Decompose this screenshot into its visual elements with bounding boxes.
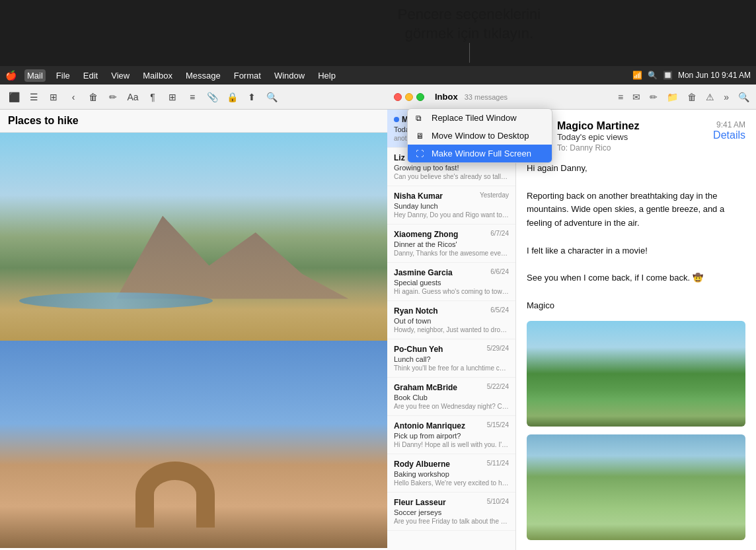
mail-item-rody[interactable]: Rody Albuerne 5/11/24 Baking workshop He… bbox=[387, 454, 515, 493]
mail-date: 5/22/24 bbox=[487, 383, 509, 392]
menubar: 🍎 Mail File Edit View Mailbox Message Fo… bbox=[0, 66, 756, 85]
sender-name: Antonio Manriquez bbox=[394, 421, 465, 430]
mail-date: 6/6/24 bbox=[490, 268, 509, 277]
detail-meta: Magico Martinez Today's epic views To: D… bbox=[557, 120, 639, 154]
detail-photo-1 bbox=[527, 321, 745, 427]
format2-button[interactable]: ⊞ bbox=[165, 90, 180, 104]
sender-name: Graham McBride bbox=[394, 383, 457, 392]
mail-subject: Out of town bbox=[394, 317, 509, 325]
mail-preview: Danny, Thanks for the awesome evening! I… bbox=[394, 250, 509, 257]
mail-date: 6/5/24 bbox=[490, 306, 509, 316]
move-window-label: Move Window to Desktop bbox=[432, 131, 529, 141]
traffic-lights bbox=[394, 93, 424, 101]
menu-window[interactable]: Window bbox=[272, 69, 307, 82]
fullscreen-label: Make Window Full Screen bbox=[432, 149, 531, 158]
filter-icon[interactable]: ≡ bbox=[618, 92, 623, 102]
search-icon[interactable]: 🔍 bbox=[648, 71, 658, 80]
detail-right: 9:41 AM Details bbox=[713, 120, 745, 154]
list-view-button[interactable]: ☰ bbox=[26, 90, 41, 104]
wifi-icon: 📶 bbox=[632, 71, 642, 80]
fullscreen-menu-icon: ⛶ bbox=[416, 149, 426, 158]
mail-item-xiaomeng[interactable]: Xiaomeng Zhong 6/7/24 Dinner at the Rico… bbox=[387, 224, 515, 263]
menubar-right: 📶 🔍 🔲 Mon Jun 10 9:41 AM bbox=[632, 71, 751, 80]
mail-item-jasmine[interactable]: Jasmine Garcia 6/6/24 Special guests Hi … bbox=[387, 263, 515, 301]
menu-mail[interactable]: Mail bbox=[24, 69, 46, 82]
mail-item-graham[interactable]: Graham McBride 5/22/24 Book Club Are you… bbox=[387, 378, 515, 416]
menu-edit[interactable]: Edit bbox=[81, 69, 100, 82]
font-button[interactable]: Aa bbox=[126, 90, 140, 104]
search-button[interactable]: 🔍 bbox=[264, 90, 279, 104]
inbox-count: 33 messages bbox=[465, 93, 508, 101]
mail-item-nisha[interactable]: Nisha Kumar Yesterday Sunday lunch Hey D… bbox=[387, 186, 515, 224]
fullscreen-item[interactable]: ⛶ Make Window Full Screen bbox=[408, 145, 552, 162]
share-button[interactable]: ⬆ bbox=[245, 90, 259, 104]
mail-preview: Hey Danny, Do you and Rigo want to come … bbox=[394, 211, 509, 219]
detail-time: 9:41 AM bbox=[713, 120, 745, 129]
move-desktop-icon: 🖥 bbox=[416, 131, 426, 141]
details-link[interactable]: Details bbox=[713, 129, 745, 141]
close-button[interactable] bbox=[394, 93, 402, 101]
detail-photo-2 bbox=[527, 434, 745, 540]
mail-titlebar: Inbox 33 messages ≡ ✉ ✏ 📁 🗑 ⚠ » 🔍 ⧉ Repl… bbox=[387, 85, 756, 110]
mountain-valley-scene bbox=[527, 434, 745, 540]
apple-menu[interactable]: 🍎 bbox=[5, 70, 17, 81]
sender-name: Jasmine Garcia bbox=[394, 268, 453, 277]
mail-preview: Can you believe she's already so tall? P… bbox=[394, 173, 509, 180]
left-pane: ⬛ ☰ ⊞ ‹ 🗑 ✏ Aa ¶ ⊞ ≡ 📎 🔒 ⬆ 🔍 Places to h… bbox=[0, 85, 387, 550]
mail-item-ryan[interactable]: Ryan Notch 6/5/24 Out of town Howdy, nei… bbox=[387, 301, 515, 339]
detail-subject: Today's epic views bbox=[557, 132, 639, 142]
menu-mailbox[interactable]: Mailbox bbox=[140, 69, 175, 82]
sender-name: Xiaomeng Zhong bbox=[394, 230, 458, 239]
mountain-river-scene bbox=[0, 133, 387, 341]
menu-view[interactable]: View bbox=[108, 69, 132, 82]
mail-item-antonio[interactable]: Antonio Manriquez 5/15/24 Pick up from a… bbox=[387, 416, 515, 454]
mail-subject: Book Club bbox=[394, 394, 509, 401]
sender-name: Rody Albuerne bbox=[394, 460, 450, 469]
rock-arch bbox=[135, 462, 215, 528]
inbox-title: Inbox bbox=[435, 92, 458, 102]
mail-list: Magico Martinez 9:41AM Today's epic view… bbox=[387, 110, 516, 550]
mail-date: 5/11/24 bbox=[487, 460, 509, 469]
tooltip-annotation: Pencere seçeneklerini görmek için tıklay… bbox=[383, 5, 555, 43]
archive-icon[interactable]: 📁 bbox=[667, 92, 678, 102]
junk-icon[interactable]: ⚠ bbox=[706, 92, 714, 102]
compose-button[interactable]: ✏ bbox=[106, 90, 120, 104]
new-mail-icon[interactable]: ✏ bbox=[650, 92, 658, 102]
replace-tiled-icon: ⧉ bbox=[416, 114, 426, 123]
to-label: To: bbox=[557, 143, 568, 153]
menu-help[interactable]: Help bbox=[315, 69, 338, 82]
mail-date: 5/15/24 bbox=[487, 421, 509, 430]
menu-file[interactable]: File bbox=[54, 69, 73, 82]
menu-message[interactable]: Message bbox=[183, 69, 223, 82]
right-pane: Inbox 33 messages ≡ ✉ ✏ 📁 🗑 ⚠ » 🔍 ⧉ Repl… bbox=[387, 85, 756, 550]
lock-button[interactable]: 🔒 bbox=[225, 90, 239, 104]
mail-subject: Lunch call? bbox=[394, 355, 509, 363]
menu-format[interactable]: Format bbox=[231, 69, 264, 82]
format1-button[interactable]: ¶ bbox=[145, 90, 160, 104]
more-icon[interactable]: » bbox=[724, 92, 729, 102]
move-window-desktop-item[interactable]: 🖥 Move Window to Desktop bbox=[408, 127, 552, 145]
mail-item-pochun[interactable]: Po-Chun Yeh 5/29/24 Lunch call? Think yo… bbox=[387, 339, 515, 378]
fullscreen-button[interactable] bbox=[416, 93, 424, 101]
grid-view-button[interactable]: ⊞ bbox=[46, 90, 61, 104]
format3-button[interactable]: ≡ bbox=[185, 90, 200, 104]
back-button[interactable]: ‹ bbox=[66, 90, 81, 104]
search-mail-icon[interactable]: 🔍 bbox=[738, 92, 749, 102]
control-center-icon[interactable]: 🔲 bbox=[663, 71, 673, 80]
trash-icon[interactable]: 🗑 bbox=[687, 92, 697, 102]
mail-date: Yesterday bbox=[480, 191, 509, 201]
mail-preview: Hi Danny! Hope all is well with you. I'm… bbox=[394, 441, 509, 448]
delete-button[interactable]: 🗑 bbox=[86, 90, 100, 104]
attachment-button[interactable]: 📎 bbox=[205, 90, 219, 104]
compose-mail-icon[interactable]: ✉ bbox=[632, 92, 640, 102]
mail-item-fleur[interactable]: Fleur Lasseur 5/10/24 Soccer jerseys Are… bbox=[387, 493, 515, 531]
sidebar-toggle-button[interactable]: ⬛ bbox=[7, 90, 21, 104]
minimize-button[interactable] bbox=[405, 93, 413, 101]
mail-subject: Sunday lunch bbox=[394, 202, 509, 210]
photo-gallery bbox=[0, 133, 387, 548]
replace-tiled-window-item[interactable]: ⧉ Replace Tiled Window bbox=[408, 109, 552, 127]
mail-subject: Pick up from airport? bbox=[394, 432, 509, 440]
to-name: Danny Rico bbox=[570, 143, 611, 153]
mail-preview: Hello Bakers, We're very excited to have… bbox=[394, 479, 509, 487]
detail-header: MM Magico Martinez Today's epic views To… bbox=[527, 120, 745, 154]
